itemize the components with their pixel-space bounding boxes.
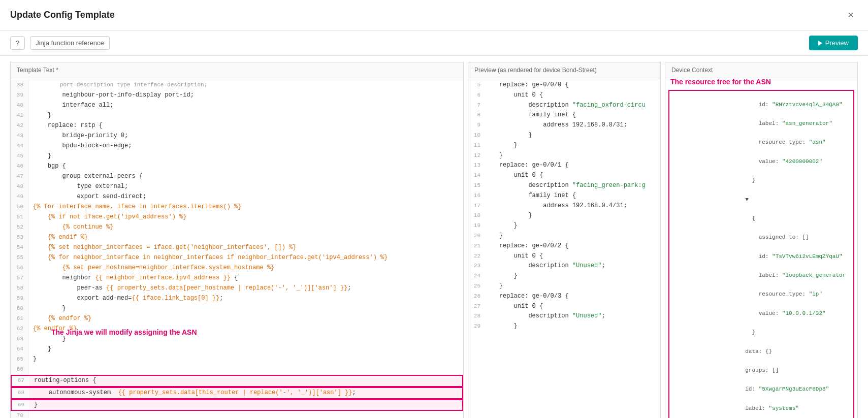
line-47: 47 group external-peers {: [11, 172, 463, 182]
line-59: 59 export add-med={{ iface.link_tags[0] …: [11, 294, 463, 304]
pline-26: 26 replace: ge-0/0/3 {: [468, 292, 660, 302]
preview-panel: Preview (as rendered for device Bond-Str…: [468, 62, 661, 418]
line-53: 53 {% endif %}: [11, 233, 463, 243]
line-44: 44 bpdu-block-on-edge;: [11, 141, 463, 151]
pline-29: 29 }: [468, 321, 660, 332]
line-68-highlight: 68 autonomous-system {{ property_sets.da…: [11, 387, 463, 399]
context-panel-header: Device Context: [665, 62, 857, 78]
play-icon: [818, 41, 822, 46]
pline-23: 23 description "Unused";: [468, 261, 660, 271]
context-content: id: "RNYztvcve4qlA_34QA0" label: "asn_ge…: [665, 78, 857, 418]
line-61: 61 {% endfor %}: [11, 314, 463, 324]
line-41: 41 }: [11, 111, 463, 121]
line-64: 64 }: [11, 344, 463, 355]
pline-18: 18 }: [468, 211, 660, 221]
template-label: Template Text *: [17, 67, 58, 74]
pline-17: 17 address 192.168.0.4/31;: [468, 201, 660, 211]
line-60: 60 }: [11, 304, 463, 314]
line-67-highlight: 67routing-options {: [11, 375, 463, 387]
line-69-highlight: 69}: [11, 399, 463, 411]
line-38: 38 port-description type interface-descr…: [11, 80, 463, 90]
pline-19: 19 }: [468, 221, 660, 231]
pline-28: 28 description "Unused";: [468, 311, 660, 321]
pline-8: 8 family inet {: [468, 110, 660, 120]
pline-5: 5 replace: ge-0/0/0 {: [468, 80, 660, 90]
template-panel-header: Template Text *: [11, 62, 463, 78]
line-52: 52 {% continue %}: [11, 222, 463, 233]
line-49: 49 export send-direct;: [11, 192, 463, 202]
preview-button[interactable]: Preview: [809, 36, 858, 50]
pline-16: 16 family inet {: [468, 191, 660, 201]
pline-22: 22 unit 0 {: [468, 251, 660, 262]
toolbar: ? Jinja function reference Preview: [0, 30, 868, 56]
pline-6: 6 unit 0 {: [468, 90, 660, 101]
close-button[interactable]: ×: [844, 7, 858, 23]
preview-content: 5 replace: ge-0/0/0 { 6 unit 0 { 7 descr…: [468, 78, 660, 334]
preview-label: Preview: [825, 39, 849, 47]
line-48: 48 type external;: [11, 182, 463, 192]
line-42: 42 replace: rstp {: [11, 121, 463, 131]
pline-24: 24 }: [468, 271, 660, 281]
line-40: 40 interface all;: [11, 101, 463, 111]
preview-header-label: Preview (as rendered for device Bond-Str…: [474, 67, 597, 74]
line-58: 58 peer-as {{ property_sets.data[peer_ho…: [11, 283, 463, 294]
context-header-label: Device Context: [671, 67, 713, 74]
help-label: ?: [16, 39, 19, 47]
pline-9: 9 address 192.168.0.8/31;: [468, 120, 660, 131]
modal-header: Update Config Template ×: [0, 0, 868, 30]
line-55: 55 {% for neighbor_interface in neighbor…: [11, 253, 463, 263]
context-code-area[interactable]: id: "RNYztvcve4qlA_34QA0" label: "asn_ge…: [665, 78, 857, 418]
line-70: 70: [11, 411, 463, 418]
line-45: 45 }: [11, 151, 463, 162]
line-57: 57 neighbor {{ neighbor_interface.ipv4_a…: [11, 273, 463, 283]
template-panel: Template Text * 38 port-description type…: [10, 62, 464, 418]
toolbar-left: ? Jinja function reference: [10, 36, 110, 50]
pline-20: 20 }: [468, 231, 660, 241]
template-code-area[interactable]: 38 port-description type interface-descr…: [11, 78, 463, 418]
line-51: 51 {% if not iface.get('ipv4_address') %…: [11, 212, 463, 222]
preview-code-area[interactable]: 5 replace: ge-0/0/0 { 6 unit 0 { 7 descr…: [468, 78, 660, 418]
line-65: 65}: [11, 355, 463, 365]
pline-11: 11 }: [468, 141, 660, 151]
preview-panel-header: Preview (as rendered for device Bond-Str…: [468, 62, 660, 78]
line-63: 63 }: [11, 334, 463, 344]
line-39: 39 neighbour-port-info-display port-id;: [11, 90, 463, 101]
jinja-ref-button[interactable]: Jinja function reference: [30, 36, 109, 50]
pline-14: 14 unit 0 {: [468, 171, 660, 181]
pline-27: 27 unit 0 {: [468, 302, 660, 312]
line-54: 54 {% set neighbor_interfaces = iface.ge…: [11, 243, 463, 253]
context-panel: Device Context The resource tree for the…: [665, 62, 858, 418]
modal-title: Update Config Template: [10, 10, 115, 20]
pline-12: 12 }: [468, 151, 660, 161]
help-button[interactable]: ?: [10, 36, 25, 50]
line-62: 62{% endfor %}: [11, 324, 463, 334]
line-43: 43 bridge-priority 0;: [11, 131, 463, 141]
pline-15: 15 description "facing_green-park:g: [468, 181, 660, 191]
line-56: 56 {% set peer_hostname=neighbor_interfa…: [11, 263, 463, 273]
pline-25: 25 }: [468, 281, 660, 292]
template-content: 38 port-description type interface-descr…: [11, 78, 463, 418]
line-46: 46 bgp {: [11, 162, 463, 172]
pline-21: 21 replace: ge-0/0/2 {: [468, 241, 660, 251]
pline-10: 10 }: [468, 131, 660, 141]
line-50: 50{% for interface_name, iface in interf…: [11, 202, 463, 212]
line-66: 66: [11, 365, 463, 375]
pline-7: 7 description "facing_oxford-circu: [468, 101, 660, 111]
pline-13: 13 replace: ge-0/0/1 {: [468, 160, 660, 171]
modal-container: Update Config Template × ? Jinja functio…: [0, 0, 868, 418]
panels-row: Template Text * 38 port-description type…: [0, 56, 868, 418]
